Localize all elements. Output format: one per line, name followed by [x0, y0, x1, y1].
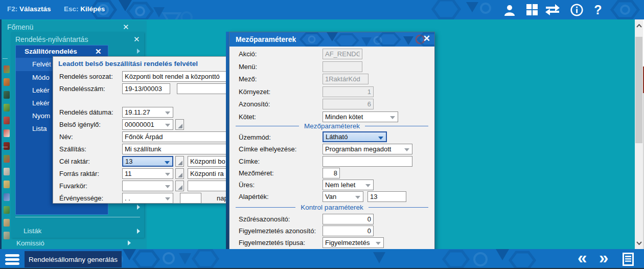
shortcut-hints: F2: Választás Esc: Kilépés: [7, 5, 116, 13]
rendeles-sorozat-input[interactable]: [122, 71, 231, 82]
lookup-button[interactable]: [175, 168, 184, 179]
belso-igenylo-combo[interactable]: 00000001: [122, 119, 173, 130]
field-label: Szállítás:: [59, 145, 86, 153]
field-label: Rendelésszám:: [59, 85, 105, 93]
azonosito-input: [323, 99, 374, 109]
combo-value: Figyelmeztetés: [325, 239, 370, 246]
menu-item-felvetel[interactable]: Felvét: [32, 60, 51, 68]
field-label: Belső igénylő:: [59, 121, 101, 128]
lookup-button[interactable]: [175, 181, 184, 191]
field-label: Figyelmeztetés azonosító:: [239, 227, 316, 235]
chevron-down-icon: [404, 148, 409, 151]
ures-combo[interactable]: Nem lehet: [323, 180, 374, 190]
menu-item-icon: [4, 91, 10, 99]
combo-value: 19.11.27: [125, 108, 150, 116]
swap-arrows-icon[interactable]: [545, 3, 560, 17]
menu-item-icon: [4, 104, 10, 111]
alapertek-combo[interactable]: Van: [323, 191, 363, 202]
rendelesszam-input[interactable]: [122, 83, 170, 94]
section-kontrol-parameterek: Kontrol paraméterek: [236, 204, 428, 211]
kornyezet-input: [323, 86, 374, 97]
menu-item-nyomtatas[interactable]: Nyom: [32, 112, 50, 120]
szuresazonosito-input[interactable]: [323, 214, 374, 225]
menu-item-icon: [4, 117, 10, 124]
user-icon[interactable]: [502, 3, 517, 17]
hexagon-pattern: [296, 32, 434, 47]
rendelesszam-suffix-input[interactable]: [177, 83, 231, 94]
fuvarkor-combo[interactable]: [122, 181, 173, 191]
menu-item-icon: [4, 65, 10, 73]
menu-item-icon: [4, 78, 10, 86]
esc-action[interactable]: Kilépés: [80, 5, 105, 13]
field-label: Fuvarkör:: [59, 182, 87, 190]
chevron-down-icon: [365, 184, 371, 187]
field-label: Címke:: [239, 158, 260, 165]
scrollbar-thumb[interactable]: [635, 37, 642, 143]
chevron-down-icon: [165, 161, 170, 164]
szallito-title: Szállítórendelés: [25, 48, 77, 55]
dialog-titlebar[interactable]: Mezőparaméterek ✕: [229, 32, 434, 47]
kotet-combo[interactable]: Minden kötet: [323, 111, 398, 122]
help-icon[interactable]: ?: [590, 3, 606, 17]
close-icon[interactable]: ✕: [133, 35, 140, 44]
menu-item-icon: [4, 181, 10, 188]
rendeles-datuma-combo[interactable]: 19.11.27: [122, 107, 173, 118]
field-label: Mező:: [239, 75, 257, 83]
menu-item-komissio[interactable]: Komissió: [16, 239, 44, 247]
menu-item-icon: [4, 168, 10, 175]
combo-value: Van: [325, 193, 336, 200]
field-label: Név:: [59, 133, 73, 141]
cel-raktar-combo[interactable]: 13: [122, 156, 173, 167]
combo-value: Programban megadott: [325, 145, 391, 153]
figyelmeztetes-azonosito-input[interactable]: [323, 226, 374, 236]
alapertek-value-input[interactable]: [367, 191, 406, 202]
combo-value: . .: [125, 194, 130, 202]
menu-item-lekerdezes-1[interactable]: Lekér: [32, 86, 50, 94]
close-icon[interactable]: ✕: [423, 33, 430, 44]
menu-item-listak[interactable]: Listák: [24, 227, 41, 235]
chevron-down-icon: [165, 185, 170, 188]
apps-grid-icon[interactable]: [524, 3, 540, 17]
close-icon[interactable]: ✕: [95, 47, 102, 56]
page-prev-icon[interactable]: «: [578, 250, 587, 265]
lookup-button[interactable]: [175, 156, 184, 167]
chevron-down-icon: [165, 197, 170, 200]
hamburger-menu-icon[interactable]: [5, 253, 21, 267]
combo-value: Látható: [326, 133, 348, 141]
menu-item-lekerdezes-2[interactable]: Lekér: [32, 99, 50, 107]
menu-item-icon: [4, 232, 10, 239]
cimke-input[interactable]: [323, 156, 412, 167]
nev-input[interactable]: [122, 131, 231, 142]
divider: [3, 147, 8, 147]
field-label: Szűrésazonosító:: [239, 215, 290, 223]
lookup-button[interactable]: [175, 119, 184, 130]
szallitas-input[interactable]: [122, 144, 231, 154]
f2-action[interactable]: Választás: [19, 5, 51, 13]
ervenyesseg-combo[interactable]: . .: [122, 193, 173, 204]
document-list-icon[interactable]: [623, 253, 634, 267]
submenu-arrow-icon: [137, 229, 140, 234]
cimke-elhelyezes-combo[interactable]: Programban megadott: [323, 144, 412, 154]
top-bar: F2: Választás Esc: Kilépés ?: [0, 0, 644, 19]
combo-value: 13: [125, 158, 132, 165]
dialog-mezoparameterek: Mezőparaméterek ✕ Akció: Menü: Mező: Kör…: [229, 32, 435, 267]
rendelesallomany-generalas-button[interactable]: Rendelésállomány generálás: [25, 251, 122, 267]
menu-item-lista[interactable]: Lista: [32, 125, 47, 132]
dialog-title: Mezőparaméterek: [236, 35, 296, 43]
uzemmod-combo[interactable]: Látható: [323, 131, 387, 142]
chevron-down-icon: [165, 111, 170, 115]
mezomeret-input[interactable]: [323, 168, 340, 178]
fomenu-title: Főmenü: [7, 23, 33, 31]
close-icon[interactable]: ✕: [123, 23, 129, 32]
ervenyesseg-days-input[interactable]: [180, 193, 201, 204]
menu-input: [323, 61, 362, 72]
page-next-icon[interactable]: »: [599, 250, 608, 265]
field-label: Azonosító:: [239, 100, 270, 108]
info-icon[interactable]: [569, 3, 584, 17]
figyelmeztetes-tipusa-combo[interactable]: Figyelmeztetés: [323, 237, 384, 248]
help-glyph: ?: [594, 3, 602, 17]
forras-raktar-combo[interactable]: 11: [122, 168, 173, 179]
scroll-down-button[interactable]: [635, 238, 643, 248]
menu-item-modositas[interactable]: Módo: [32, 74, 50, 81]
scroll-up-button[interactable]: [635, 20, 643, 31]
